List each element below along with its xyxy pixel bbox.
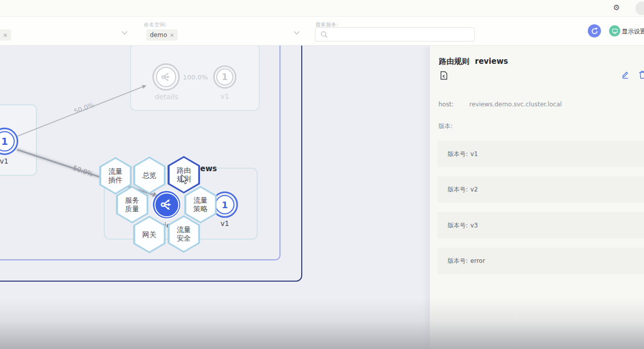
hex-label: 路由 — [177, 166, 191, 175]
routing-rules-panel: 路由规则reviews host: reviews.demo.svc.clust… — [430, 46, 644, 349]
version-row-value: error — [470, 257, 485, 264]
refresh-icon — [591, 27, 598, 35]
panel-title: 路由规则reviews — [439, 57, 508, 66]
edit-pencil-icon[interactable] — [621, 70, 629, 79]
hex-label: 安全 — [177, 234, 191, 243]
details-v1-label: v1 — [218, 92, 232, 100]
filter-toolbar: × 命名空间: demo × 搜索服务: — [0, 17, 644, 46]
cluster-select-tag[interactable]: × — [0, 29, 11, 41]
hex-label: 服务 — [125, 196, 139, 205]
version-row-label: 版本号: — [448, 257, 468, 265]
display-settings-button[interactable] — [609, 25, 620, 36]
hex-label: 流量 — [193, 196, 208, 205]
top-bar: ⚙ — [0, 0, 644, 17]
search-input[interactable] — [331, 28, 474, 41]
hex-label: 总览 — [142, 171, 156, 180]
service-mesh-icon — [160, 71, 172, 83]
display-settings-label[interactable]: 显示设置 — [622, 27, 644, 36]
version-badge: 1 — [0, 131, 15, 151]
topology-canvas[interactable]: 100.0% 1 details v1 1 v1 50.0% 50.0% rev… — [0, 46, 430, 349]
version-badge: 1 — [215, 195, 234, 214]
version-row: 版本号: v1 — [437, 141, 644, 167]
panel-service-name: reviews — [475, 57, 508, 66]
monitor-icon — [612, 28, 618, 34]
yaml-document-icon[interactable] — [439, 71, 448, 80]
version-row: 版本号: v2 — [437, 176, 644, 203]
version-row: 版本号: error — [437, 248, 644, 274]
version-row-label: 版本号: — [448, 185, 468, 194]
reviews-center-node[interactable] — [153, 191, 180, 218]
version-row-value: v3 — [470, 222, 478, 229]
version-row: 版本号: v3 — [437, 212, 644, 239]
hex-label: 流量 — [177, 225, 191, 234]
chevron-down-icon[interactable] — [294, 31, 300, 35]
cursor-pointer — [181, 174, 189, 185]
search-icon — [320, 31, 328, 38]
refresh-button[interactable] — [588, 24, 601, 37]
details-service-node[interactable] — [152, 63, 180, 91]
delete-trash-icon[interactable] — [638, 70, 644, 79]
details-v1-node[interactable]: 1 — [213, 65, 236, 89]
version-badge: 1 — [216, 68, 233, 86]
reviews-v1-label: v1 — [218, 219, 232, 227]
version-row-value: v2 — [470, 186, 478, 193]
hex-label: 策略 — [193, 205, 208, 213]
version-row-label: 版本号: — [448, 150, 468, 159]
namespace-tag-demo[interactable]: demo × — [146, 29, 178, 41]
gear-icon[interactable]: ⚙ — [613, 3, 620, 12]
avatar[interactable] — [635, 2, 644, 15]
host-value: reviews.demo.svc.cluster.local — [469, 101, 562, 108]
version-row-label: 版本号: — [448, 221, 468, 230]
source-version-label: v1 — [0, 157, 12, 165]
hex-label: 插件 — [108, 176, 123, 184]
versions-label: 版本: — [438, 122, 453, 131]
search-box[interactable] — [315, 27, 475, 42]
details-node-label: details — [151, 93, 182, 101]
app-root: ⚙ × 命名空间: demo × 搜索服务: — [0, 0, 644, 349]
service-mesh-icon — [159, 198, 174, 212]
chevron-down-icon[interactable] — [122, 31, 128, 35]
version-row-value: v1 — [470, 150, 478, 158]
namespace-label: 命名空间: — [144, 21, 167, 28]
host-label: host: — [438, 101, 454, 108]
namespace-tag-text: demo — [150, 31, 167, 38]
close-icon[interactable]: × — [170, 32, 174, 38]
edge-label-details: 100.0% — [181, 73, 210, 81]
hex-label: 质量 — [125, 205, 139, 213]
hex-label: 流量 — [108, 167, 123, 176]
close-icon[interactable]: × — [3, 32, 8, 38]
hex-label: 网关 — [142, 230, 156, 239]
panel-title-text: 路由规则 — [439, 57, 469, 66]
